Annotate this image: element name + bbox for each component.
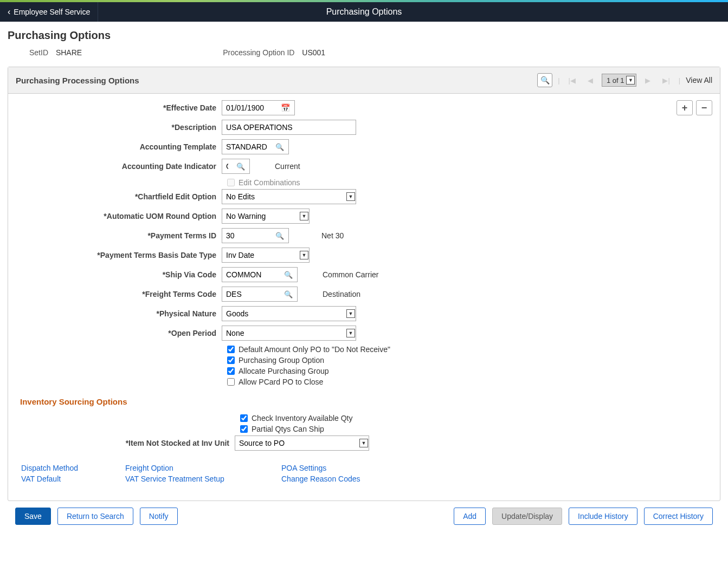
save-button[interactable]: Save	[15, 508, 51, 525]
find-button[interactable]: 🔍	[537, 73, 552, 87]
return-to-search-button[interactable]: Return to Search	[57, 508, 133, 525]
change-reason-codes-link[interactable]: Change Reason Codes	[281, 474, 385, 483]
effective-date-label: *Effective Date	[16, 103, 222, 112]
payment-terms-help: Net 30	[321, 231, 344, 240]
setid-value: SHARE	[56, 48, 82, 57]
freight-terms-code-label: *Freight Terms Code	[16, 290, 222, 298]
allocate-purchasing-group-label: Allocate Purchasing Group	[239, 367, 329, 375]
edit-combinations-checkbox	[227, 179, 235, 186]
accounting-date-indicator-input[interactable]	[222, 159, 232, 173]
ship-via-help: Common Carrier	[323, 270, 378, 279]
vat-default-link[interactable]: VAT Default	[21, 474, 125, 483]
prev-page-button[interactable]: ◀	[584, 75, 596, 86]
poa-settings-link[interactable]: POA Settings	[281, 464, 385, 472]
lookup-icon[interactable]: 🔍	[232, 162, 249, 171]
accounting-date-indicator-label: Accounting Date Indicator	[16, 162, 222, 171]
purchasing-group-checkbox[interactable]	[227, 356, 235, 364]
last-page-button[interactable]: ▶|	[659, 75, 673, 86]
search-icon: 🔍	[540, 76, 550, 84]
separator: |	[679, 76, 680, 84]
item-not-stocked-select[interactable]	[235, 435, 369, 451]
back-button[interactable]: ‹ Employee Self Service	[0, 2, 98, 22]
header-title: Purchasing Options	[0, 7, 728, 17]
notify-button[interactable]: Notify	[140, 508, 178, 525]
effective-date-input[interactable]	[222, 101, 276, 115]
allow-pcard-label: Allow PCard PO to Close	[239, 378, 323, 386]
check-inventory-checkbox[interactable]	[240, 414, 248, 422]
description-input[interactable]	[222, 120, 356, 135]
update-display-button[interactable]: Update/Display	[492, 508, 562, 525]
dispatch-method-link[interactable]: Dispatch Method	[21, 464, 125, 472]
ship-via-code-label: *Ship Via Code	[16, 270, 222, 279]
default-amount-only-checkbox[interactable]	[227, 346, 235, 353]
chartfield-edit-option-select[interactable]	[222, 189, 356, 204]
include-history-button[interactable]: Include History	[569, 508, 637, 525]
chevron-left-icon: ‹	[8, 7, 10, 17]
physical-nature-label: *Physical Nature	[16, 309, 222, 318]
purchasing-group-label: Purchasing Group Option	[239, 356, 324, 365]
page-title: Purchasing Options	[8, 29, 720, 42]
next-page-button[interactable]: ▶	[642, 75, 654, 86]
item-not-stocked-label: *Item Not Stocked at Inv Unit	[16, 439, 235, 447]
freight-option-link[interactable]: Freight Option	[125, 464, 281, 472]
allocate-purchasing-group-checkbox[interactable]	[227, 367, 235, 375]
correct-history-button[interactable]: Correct History	[644, 508, 713, 525]
allow-pcard-checkbox[interactable]	[227, 378, 235, 386]
calendar-icon[interactable]: 📅	[276, 103, 294, 112]
separator: |	[558, 76, 559, 84]
procopt-label: Processing Option ID	[223, 48, 294, 57]
back-label: Employee Self Service	[14, 8, 90, 16]
minus-icon: −	[701, 102, 707, 114]
check-inventory-label: Check Inventory Available Qty	[252, 414, 353, 422]
plus-icon: +	[682, 102, 688, 114]
delete-row-button[interactable]: −	[696, 100, 712, 115]
accounting-template-input[interactable]	[222, 140, 271, 154]
lookup-icon[interactable]: 🔍	[280, 290, 297, 298]
chevron-down-icon: ▼	[626, 76, 635, 84]
first-page-button[interactable]: |◀	[565, 75, 579, 86]
vat-service-treatment-link[interactable]: VAT Service Treatment Setup	[125, 474, 281, 483]
physical-nature-select[interactable]	[222, 306, 356, 321]
chartfield-edit-option-label: *Chartfield Edit Option	[16, 192, 222, 201]
lookup-icon[interactable]: 🔍	[271, 232, 288, 240]
payment-terms-basis-label: *Payment Terms Basis Date Type	[16, 251, 222, 259]
lookup-icon[interactable]: 🔍	[271, 143, 288, 151]
ship-via-code-input[interactable]	[222, 268, 280, 282]
accounting-date-indicator-help: Current	[275, 162, 300, 171]
uom-round-option-label: *Automatic UOM Round Option	[16, 212, 222, 220]
uom-round-option-select[interactable]	[222, 209, 310, 224]
page-indicator: 1 of 1	[607, 76, 624, 84]
procopt-value: US001	[302, 48, 325, 57]
view-all-link[interactable]: View All	[686, 76, 712, 84]
accounting-template-label: Accounting Template	[16, 142, 222, 151]
inventory-sourcing-heading: Inventory Sourcing Options	[20, 397, 712, 406]
payment-terms-id-input[interactable]	[222, 229, 271, 243]
default-amount-only-label: Default Amount Only PO to "Do Not Receiv…	[239, 345, 390, 354]
setid-label: SetID	[29, 48, 48, 57]
page-selector[interactable]: 1 of 1 ▼	[602, 74, 637, 87]
panel-title: Purchasing Processing Options	[16, 76, 139, 85]
freight-terms-help: Destination	[323, 290, 360, 298]
partial-qtys-label: Partial Qtys Can Ship	[252, 425, 324, 433]
add-button[interactable]: Add	[454, 508, 486, 525]
lookup-icon[interactable]: 🔍	[280, 271, 297, 279]
partial-qtys-checkbox[interactable]	[240, 425, 248, 433]
open-period-select[interactable]	[222, 326, 356, 341]
description-label: *Description	[16, 123, 222, 132]
edit-combinations-label: Edit Combinations	[239, 178, 300, 187]
payment-terms-id-label: *Payment Terms ID	[16, 231, 222, 240]
open-period-label: *Open Period	[16, 329, 222, 337]
freight-terms-code-input[interactable]	[222, 287, 280, 301]
add-row-button[interactable]: +	[677, 100, 693, 115]
payment-terms-basis-select[interactable]	[222, 248, 310, 263]
